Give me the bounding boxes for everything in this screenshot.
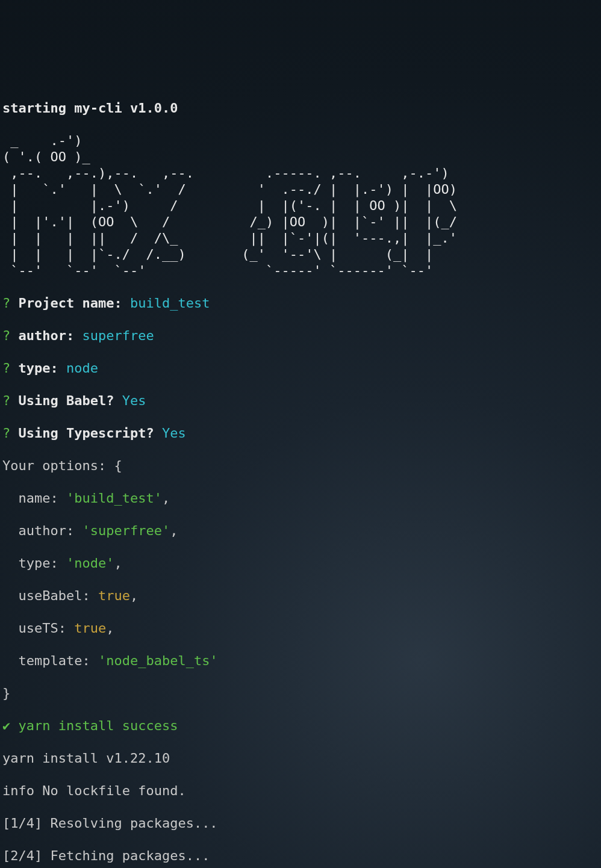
option-value: 'node' (66, 556, 114, 571)
option-value: 'superfree' (82, 523, 170, 538)
prompt-author: ? author: superfree (2, 327, 599, 344)
install-success: ✔ yarn install success (2, 718, 599, 734)
option-key: useTS: (2, 621, 74, 636)
option-key: template: (2, 653, 98, 668)
start-header: starting my-cli v1.0.0 (2, 100, 599, 116)
yarn-step: [1/4] Resolving packages... (2, 815, 599, 831)
yarn-no-lockfile: info No lockfile found. (2, 783, 599, 799)
option-template: template: 'node_babel_ts' (2, 653, 599, 669)
yarn-step: [2/4] Fetching packages... (2, 848, 599, 864)
yarn-install-version: yarn install v1.22.10 (2, 750, 599, 766)
terminal[interactable]: starting my-cli v1.0.0 _ .-') ( '.( OO )… (0, 81, 601, 868)
option-key: useBabel: (2, 588, 98, 603)
option-usets: useTS: true, (2, 620, 599, 636)
prompt-value: build_test (130, 296, 210, 311)
ascii-logo: _ .-') ( '.( OO )_ ,--. ,--.),--. ,--. .… (2, 132, 599, 279)
option-key: author: (2, 523, 82, 538)
prompt-label: Using Babel? (19, 393, 114, 408)
options-open: Your options: { (2, 457, 599, 474)
prompt-value: superfree (82, 328, 154, 343)
prompt-typescript: ? Using Typescript? Yes (2, 425, 599, 441)
prompt-label: Project name: (19, 296, 122, 311)
option-value: true (74, 621, 106, 636)
option-key: type: (2, 556, 66, 571)
option-key: name: (2, 491, 66, 506)
install-success-text: yarn install success (10, 718, 178, 733)
prompt-value: Yes (122, 393, 146, 408)
question-mark-icon: ? (2, 393, 10, 408)
options-close: } (2, 685, 599, 701)
question-mark-icon: ? (2, 328, 10, 343)
option-author: author: 'superfree', (2, 522, 599, 539)
question-mark-icon: ? (2, 426, 10, 441)
option-usebabel: useBabel: true, (2, 587, 599, 604)
prompt-type: ? type: node (2, 360, 599, 376)
prompt-label: author: (19, 328, 75, 343)
question-mark-icon: ? (2, 361, 10, 376)
check-icon: ✔ (2, 718, 10, 733)
prompt-value: Yes (162, 426, 186, 441)
prompt-label: Using Typescript? (19, 426, 154, 441)
option-value: 'node_babel_ts' (98, 653, 218, 668)
prompt-label: type: (19, 361, 58, 376)
option-type: type: 'node', (2, 555, 599, 571)
prompt-babel: ? Using Babel? Yes (2, 392, 599, 409)
prompt-project-name: ? Project name: build_test (2, 295, 599, 311)
option-name: name: 'build_test', (2, 490, 599, 506)
option-value: true (98, 588, 130, 603)
question-mark-icon: ? (2, 296, 10, 311)
option-value: 'build_test' (66, 491, 162, 506)
prompt-value: node (66, 361, 98, 376)
